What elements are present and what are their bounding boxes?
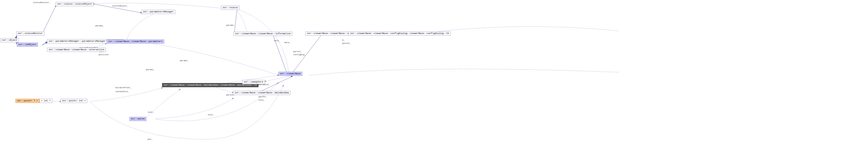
node-viewerBase-parameters: ovr::viewerBase::viewerBase::parameters [107,39,164,43]
node-mutex: ovr::mutex [129,117,146,121]
node-point-int: ovr::point< int > [61,99,87,103]
label-p: p_ [342,39,345,41]
label-position: position [99,53,108,56]
label-lock3: lock_ [208,114,214,116]
label-parent2: parent_ [342,42,351,44]
label-lock2: lock_ [148,111,154,113]
node-viewerBase-information: ovr::viewerBase::viewerBase::information [234,32,292,36]
node-ovr-ioObject: ovr::ioObject [17,42,38,47]
svg-line-0 [42,5,56,34]
edges-svg [0,0,868,154]
label-params4: params_ [226,24,235,26]
node-semaphore: ovr::semaphore [242,80,265,84]
node-ovr-object: ovr::object [1,38,19,42]
label-borderOffset: borderOffset_ [116,86,131,89]
node-mainWindow: ovr::viewerBase::viewerBase::mainWindow [233,91,290,95]
diagram-container: ovr::object ovr::ioObject ovr::statusMon… [0,0,868,154]
label-configDlg: configDlg_ [293,53,306,56]
node-status-statusObject: ovr::status::statusObject [56,2,94,6]
node-viewerBase: ovr::viewerBase [278,72,302,76]
node-ovr-statusMonitor: ovr::statusMonitor [16,31,44,36]
node-viewerBase-interaction: ovr::viewerBase::viewerBase::interaction [47,48,106,52]
node-int: < int > [39,99,52,103]
label-pos: pos_ [148,138,153,140]
label-statusMonitor: statusMonitor_ [33,1,50,4]
label-params2: params_ [146,68,155,71]
label-statusObject: statusObject_ [112,5,128,7]
node-ovr-status: ovr::status [221,6,240,10]
svg-line-2 [234,9,237,35]
node-point-T: ovr::point< T > [16,99,39,103]
node-configDialog-tk: ovr::viewerBase::viewerBase::configDialo… [349,31,451,36]
label-parent1: parent_ [293,50,302,53]
node-parametersManager: ovr::parametersManager [142,10,175,14]
label-data: data_ [284,41,290,43]
label-parent4: parent_ [258,95,267,98]
svg-line-13 [216,88,234,93]
svg-line-5 [42,42,48,45]
label-lock1: lock_ [258,99,265,101]
label-canvasSize: canvasSize_ [116,90,129,93]
label-info: info_ [274,39,280,42]
label-params3: params_ [180,59,189,62]
label-params1: params_ [95,25,104,27]
